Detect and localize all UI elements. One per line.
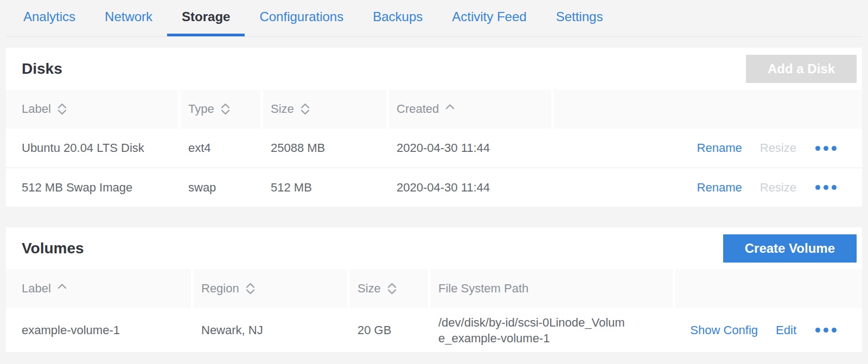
disk-size-cell: 512 MB <box>260 181 386 195</box>
disk-created-cell: 2020-04-30 11:44 <box>386 181 551 195</box>
tab-bar-divider <box>6 36 862 37</box>
sort-ascending-icon <box>445 104 455 110</box>
disk-row-ubuntu: Ubuntu 20.04 LTS Disk ext4 25088 MB 2020… <box>6 129 862 168</box>
disks-title: Disks <box>22 60 62 78</box>
volume-row-actions: Show Config Edit <box>673 323 862 337</box>
volumes-table: Label Region Size File System Path examp… <box>6 269 862 352</box>
sort-both-icon <box>387 283 397 295</box>
resize-link[interactable]: Resize <box>760 181 796 195</box>
volume-region-cell: Newark, NJ <box>191 323 347 337</box>
disks-table: Label Type Size Created Ubuntu 20.04 LTS… <box>6 90 862 207</box>
disks-column-header-actions <box>551 90 862 129</box>
rename-link[interactable]: Rename <box>697 181 742 195</box>
sort-both-icon <box>58 103 67 115</box>
ellipsis-icon <box>815 328 820 333</box>
tab-network[interactable]: Network <box>90 0 167 36</box>
volumes-column-header-file-system-path: File System Path <box>428 269 673 308</box>
tab-bar: Analytics Network Storage Configurations… <box>0 0 868 36</box>
disks-column-header-size[interactable]: Size <box>260 90 386 129</box>
disk-type-cell: ext4 <box>178 141 260 155</box>
volume-label-cell: example-volume-1 <box>6 323 191 337</box>
disk-label-cell: Ubuntu 20.04 LTS Disk <box>6 141 178 155</box>
volumes-panel-header: Volumes Create Volume <box>6 227 862 269</box>
row-more-actions-button[interactable] <box>814 183 838 192</box>
tab-analytics[interactable]: Analytics <box>9 0 90 36</box>
ellipsis-icon <box>815 146 820 151</box>
volume-file-system-path-cell: /dev/disk/by-id/scsi-0Linode_Volume_exam… <box>428 315 673 346</box>
resize-link[interactable]: Resize <box>760 141 796 155</box>
disks-table-body: Ubuntu 20.04 LTS Disk ext4 25088 MB 2020… <box>6 129 862 207</box>
disks-column-header-type[interactable]: Type <box>178 90 260 129</box>
disk-created-cell: 2020-04-30 11:44 <box>386 141 551 155</box>
sort-both-icon <box>246 283 255 295</box>
sort-both-icon <box>221 103 230 115</box>
volumes-panel: Volumes Create Volume Label Region Size … <box>6 227 862 352</box>
disk-row-actions: Rename Resize <box>551 181 862 195</box>
volumes-table-body: example-volume-1 Newark, NJ 20 GB /dev/d… <box>6 308 862 352</box>
disks-column-header-label[interactable]: Label <box>6 90 178 129</box>
disk-type-cell: swap <box>178 181 260 195</box>
volume-row: example-volume-1 Newark, NJ 20 GB /dev/d… <box>6 308 862 352</box>
volumes-column-header-region[interactable]: Region <box>191 269 347 308</box>
add-a-disk-button[interactable]: Add a Disk <box>746 55 857 83</box>
disk-label-cell: 512 MB Swap Image <box>6 181 178 195</box>
disks-panel: Disks Add a Disk Label Type Size Created <box>6 48 862 207</box>
tab-settings[interactable]: Settings <box>541 0 618 36</box>
ellipsis-icon <box>815 185 820 190</box>
volume-size-cell: 20 GB <box>347 323 428 337</box>
sort-both-icon <box>301 103 310 115</box>
volumes-column-header-size[interactable]: Size <box>347 269 428 308</box>
show-config-link[interactable]: Show Config <box>690 323 758 337</box>
volumes-title: Volumes <box>22 240 84 257</box>
volumes-column-header-actions <box>673 269 862 308</box>
edit-link[interactable]: Edit <box>776 323 796 337</box>
disk-row-swap: 512 MB Swap Image swap 512 MB 2020-04-30… <box>6 168 862 207</box>
tab-backups[interactable]: Backups <box>358 0 437 36</box>
volumes-table-header-row: Label Region Size File System Path <box>6 269 862 308</box>
create-volume-button[interactable]: Create Volume <box>723 234 857 263</box>
disk-row-actions: Rename Resize <box>551 141 862 155</box>
sort-ascending-icon <box>58 283 67 289</box>
row-more-actions-button[interactable] <box>814 144 838 153</box>
disk-size-cell: 25088 MB <box>260 141 386 155</box>
disks-panel-header: Disks Add a Disk <box>6 48 862 90</box>
volumes-column-header-label[interactable]: Label <box>6 269 191 308</box>
tab-configurations[interactable]: Configurations <box>245 0 358 36</box>
tab-storage[interactable]: Storage <box>167 0 245 36</box>
disks-table-header-row: Label Type Size Created <box>6 90 862 129</box>
disks-column-header-created[interactable]: Created <box>386 90 551 129</box>
row-more-actions-button[interactable] <box>814 325 838 335</box>
tab-activity-feed[interactable]: Activity Feed <box>437 0 541 36</box>
rename-link[interactable]: Rename <box>697 141 742 155</box>
